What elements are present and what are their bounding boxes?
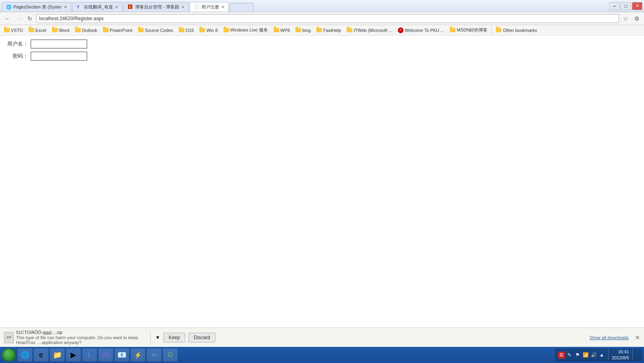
bookmark-windowslive[interactable]: Windows Live 服务 <box>221 26 270 34</box>
tab3-label: 博客后台管理 - 博客园 <box>135 4 179 10</box>
tab-1[interactable]: 🌐 PagesSection 类 (Syster ✕ <box>2 2 71 12</box>
bookmark-itweb[interactable]: ITWeb (Microsoft ... <box>344 27 395 34</box>
maximize-button[interactable]: □ <box>621 2 631 10</box>
password-row: 密码： <box>6 52 638 61</box>
bookmark-win8[interactable]: Win 8 <box>197 27 220 34</box>
show-all-downloads[interactable]: Show all downloads <box>590 335 629 340</box>
taskbar-app8[interactable]: ∞ <box>147 348 161 361</box>
taskbar-vs[interactable]: VS <box>98 348 113 361</box>
bookmark-o15[interactable]: O15 <box>176 27 197 34</box>
taskbar-outlook[interactable]: 📧 <box>115 348 129 361</box>
tray-expand[interactable]: ▲ <box>598 352 605 358</box>
bookmark-label: bing <box>302 28 311 33</box>
folder-icon <box>295 28 301 32</box>
taskbar: 🌐 e 📁 ▶ L VS 📧 ⚡ ∞ G <box>0 347 644 363</box>
media-icon: ▶ <box>71 350 76 359</box>
navigation-bar: ← → ↻ localhost:24620/Register.aspx ☆ ⚙ <box>0 12 644 25</box>
bookmark-msdn[interactable]: MSDN好的博客 <box>447 26 490 34</box>
start-button[interactable] <box>2 348 16 361</box>
bookmark-powerpoint[interactable]: PowerPoint <box>100 27 135 34</box>
taskbar-app7[interactable]: ⚡ <box>131 348 145 361</box>
bookmark-other[interactable]: Other bookmarks <box>493 27 539 34</box>
taskbar-app9[interactable]: G <box>163 348 178 361</box>
file-icon: ZIP <box>4 332 14 343</box>
forward-button[interactable]: → <box>14 14 23 23</box>
bookmark-outlook[interactable]: Outlook <box>73 27 100 34</box>
bookmark-label: VSTO <box>11 28 23 33</box>
tab2-label: 在线翻译_有道 <box>84 4 113 10</box>
bookmark-vsto[interactable]: VSTO <box>2 27 25 34</box>
download-item: ZIP 51CTOÍÁÔÒ-ggg(....zip This type of f… <box>4 330 145 345</box>
network-icon[interactable]: 📶 <box>582 352 589 358</box>
taskbar-media[interactable]: ▶ <box>66 348 81 361</box>
explorer-icon: 📁 <box>53 350 62 359</box>
folder-icon <box>316 28 322 32</box>
tab-4[interactable]: 📄 用户注册 ✕ <box>190 2 229 12</box>
taskbar-app5[interactable]: L <box>82 348 97 361</box>
close-button[interactable]: ✕ <box>632 2 642 10</box>
clock-time: 16:41 <box>612 349 629 355</box>
bookmark-word[interactable]: Word <box>50 27 72 34</box>
bookmark-label: ITWeb (Microsoft ... <box>353 28 392 33</box>
window-controls: ─ □ ✕ <box>609 2 642 10</box>
notification-icon[interactable]: ⚑ <box>574 352 581 358</box>
tab-3[interactable]: 🅱 博客后台管理 - 博客园 ✕ <box>123 2 189 12</box>
speaker-icon[interactable]: 🔊 <box>590 352 597 358</box>
ime-label: 英 <box>558 352 565 359</box>
ime-icon[interactable]: 英 <box>558 352 565 358</box>
download-bar-close[interactable]: ✕ <box>635 334 640 341</box>
tab-2[interactable]: Y 在线翻译_有道 ✕ <box>72 2 123 12</box>
tab3-close[interactable]: ✕ <box>181 5 184 9</box>
bookmark-label: Word <box>59 28 69 33</box>
star-button[interactable]: ☆ <box>621 14 630 23</box>
password-label: 密码： <box>6 52 28 60</box>
outlook-icon: 📧 <box>117 350 126 359</box>
ie-icon: e <box>39 351 43 359</box>
show-desktop[interactable] <box>636 352 639 358</box>
download-warning-text: This type of file can harm your computer… <box>16 335 145 345</box>
taskbar-explorer[interactable]: 📁 <box>50 348 65 361</box>
bookmark-fasthelp[interactable]: FastHelp <box>314 27 343 34</box>
bookmark-label: Windows Live 服务 <box>230 27 268 33</box>
bookmark-bing[interactable]: bing <box>293 27 313 34</box>
taskbar-ie[interactable]: e <box>34 348 48 361</box>
bookmark-label: Outlook <box>82 28 97 33</box>
download-expand-arrow[interactable]: ▼ <box>155 335 160 340</box>
bookmark-label: Source Codes <box>145 28 173 33</box>
taskbar-chrome[interactable]: 🌐 <box>18 348 32 361</box>
separator <box>150 330 151 345</box>
minimize-button[interactable]: ─ <box>609 2 620 10</box>
bookmark-label: Welcome To PKU ... <box>405 28 444 33</box>
tab1-close[interactable]: ✕ <box>64 5 67 9</box>
address-bar[interactable]: localhost:24620/Register.aspx <box>36 14 619 23</box>
bookmark-excel[interactable]: Excel <box>26 27 49 34</box>
bookmark-source-codes[interactable]: Source Codes <box>136 27 176 34</box>
username-input[interactable] <box>31 40 87 48</box>
keep-button[interactable]: Keep <box>163 333 185 342</box>
tools-button[interactable]: ⚙ <box>632 14 642 23</box>
folder-icon <box>496 28 502 32</box>
app5-icon: L <box>88 351 92 359</box>
bookmark-label: Excel <box>36 28 46 33</box>
folder-icon <box>138 28 144 32</box>
tab4-close[interactable]: ✕ <box>221 5 224 9</box>
refresh-button[interactable]: ↻ <box>25 14 35 23</box>
folder-icon <box>179 28 184 32</box>
clock[interactable]: 16:41 2013/8/5 <box>612 349 629 361</box>
discard-button[interactable]: Discard <box>188 333 215 342</box>
bookmark-label: MSDN好的博客 <box>457 27 487 33</box>
tab3-icon: 🅱 <box>128 4 134 10</box>
tab2-close[interactable]: ✕ <box>115 5 118 9</box>
bookmark-label: Win 8 <box>206 28 217 33</box>
password-input[interactable] <box>31 52 87 61</box>
bookmark-wp8[interactable]: WP8 <box>271 27 293 34</box>
bookmark-pku[interactable]: P Welcome To PKU ... <box>395 27 447 34</box>
input-icon[interactable]: ✎ <box>566 352 573 358</box>
folder-icon <box>347 28 352 32</box>
tab2-icon: Y <box>77 4 82 10</box>
tab4-icon: 📄 <box>194 4 200 10</box>
bookmark-label: O15 <box>186 28 194 33</box>
app8-icon: ∞ <box>152 351 156 359</box>
folder-icon <box>199 28 205 32</box>
back-button[interactable]: ← <box>2 14 12 23</box>
